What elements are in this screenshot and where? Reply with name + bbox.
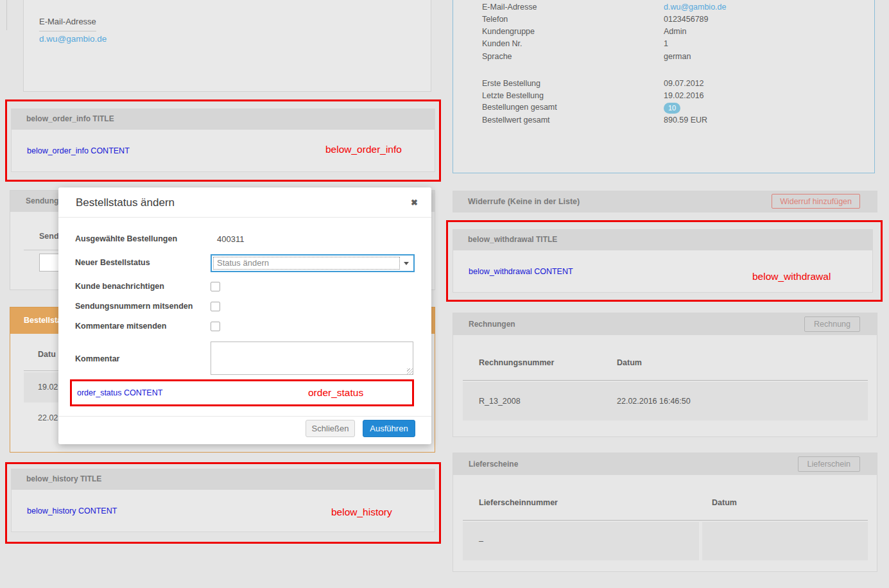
customer-label: Erste Bestellung <box>482 79 540 88</box>
customer-value: german <box>664 52 691 61</box>
history-date-column-header: Datu <box>38 350 56 359</box>
below-history-panel: below_history TITLE below_history CONTEN… <box>11 469 435 532</box>
selected-orders-value: 400311 <box>217 234 244 244</box>
below-withdrawal-panel: below_withdrawal TITLE below_withdrawal … <box>453 229 873 293</box>
table-row: R_13_2008 22.02.2016 16:46:50 <box>463 382 868 420</box>
comment-textarea[interactable] <box>211 342 413 375</box>
customer-row: Bestellwert gesamt 890.59 EUR <box>482 116 861 128</box>
email-address-link[interactable]: d.wu@gambio.de <box>39 34 107 44</box>
delivery-note-button[interactable]: Lieferschein <box>798 456 860 472</box>
selected-orders-label: Ausgewählte Bestellungen <box>75 234 177 243</box>
customer-label: Sprache <box>482 52 512 61</box>
customer-row: Telefon 0123456789 <box>482 15 861 27</box>
textarea-resize-handle[interactable] <box>407 368 413 374</box>
modal-footer-divider <box>58 416 431 417</box>
invoice-date-column-header: Datum <box>617 358 642 367</box>
below-history-content: below_history CONTENT <box>27 506 117 515</box>
invoice-date-cell: 22.02.2016 16:46:50 <box>617 382 691 420</box>
customer-label: Kunden Nr. <box>482 39 522 48</box>
below-order-info-title: below_order_info TITLE <box>11 108 435 130</box>
invoice-number-cell: R_13_2008 <box>479 382 521 420</box>
below-withdrawal-title: below_withdrawal TITLE <box>453 229 873 250</box>
below-withdrawal-content: below_withdrawal CONTENT <box>469 267 573 276</box>
customer-label: Telefon <box>482 15 508 24</box>
send-tracking-numbers-checkbox[interactable] <box>211 302 220 311</box>
invoices-header-divider <box>463 380 868 381</box>
customer-row: E-Mail-Adresse d.wu@gambio.de <box>482 3 861 15</box>
chevron-down-icon <box>404 262 409 265</box>
delivery-note-number-cell: – <box>479 522 483 560</box>
invoice-button[interactable]: Rechnung <box>804 316 860 332</box>
customer-label: Bestellungen gesamt <box>482 103 557 112</box>
below-history-title: below_history TITLE <box>11 469 435 490</box>
customer-row: Bestellungen gesamt 10 <box>482 103 861 115</box>
invoice-number-column-header: Rechnungsnummer <box>479 358 554 367</box>
shipping-number-label: Send <box>39 232 59 241</box>
table-row: – <box>463 522 699 560</box>
customer-info-panel: E-Mail-Adresse d.wu@gambio.de Telefon 01… <box>453 0 875 173</box>
invoices-header: Rechnungen Rechnung <box>453 313 877 335</box>
customer-email-link[interactable]: d.wu@gambio.de <box>664 3 726 12</box>
modal-title: Bestellstatus ändern <box>76 187 175 218</box>
billing-address-panel: E-Mail-Adresse d.wu@gambio.de <box>23 0 431 92</box>
annotation-label-below-withdrawal: below_withdrawal <box>752 271 831 282</box>
notify-customer-checkbox[interactable] <box>211 282 220 291</box>
customer-label: Letzte Bestellung <box>482 91 544 100</box>
change-order-status-modal: Bestellstatus ändern ✖ Ausgewählte Beste… <box>58 187 431 444</box>
send-comments-checkbox[interactable] <box>211 322 220 331</box>
customer-label: Kundengruppe <box>482 27 535 36</box>
order-status-content: order_status CONTENT <box>77 388 162 397</box>
delivery-notes-header: Lieferscheine Lieferschein <box>453 453 877 475</box>
withdrawals-header-bar: Widerrufe (Keine in der Liste) Widerruf … <box>453 191 877 212</box>
customer-label: E-Mail-Adresse <box>482 3 537 12</box>
delivery-notes-title: Lieferscheine <box>469 460 518 469</box>
comment-label: Kommentar <box>75 354 119 363</box>
customer-row: Kundengruppe Admin <box>482 27 861 39</box>
add-withdrawal-button[interactable]: Widerruf hinzufügen <box>772 194 860 209</box>
annotation-label-below-order-info: below_order_info <box>325 144 402 155</box>
new-order-status-label: Neuer Bestellstatus <box>75 258 150 267</box>
order-status-select-value: Status ändern <box>217 255 269 271</box>
below-order-info-content: below_order_info CONTENT <box>27 146 130 155</box>
invoices-title: Rechnungen <box>469 320 515 329</box>
invoices-panel: Rechnungen Rechnung Rechnungsnummer Datu… <box>453 313 877 437</box>
customer-row: Letzte Bestellung 19.02.2016 <box>482 91 861 103</box>
customer-value: 09.07.2012 <box>664 79 704 88</box>
delivery-notes-panel: Lieferscheine Lieferschein Lieferscheinn… <box>453 453 877 572</box>
customer-value: 19.02.2016 <box>664 91 704 100</box>
send-comments-label: Kommentare mitsenden <box>75 322 166 331</box>
customer-value: 0123456789 <box>664 15 709 24</box>
order-detail-page: E-Mail-Adresse d.wu@gambio.de below_orde… <box>0 0 889 588</box>
customer-label: Bestellwert gesamt <box>482 116 550 125</box>
send-tracking-numbers-label: Sendungsnummern mitsenden <box>75 302 193 311</box>
email-address-label: E-Mail-Adresse <box>39 17 96 31</box>
customer-row: Sprache german <box>482 52 861 64</box>
below-order-info-panel: below_order_info TITLE below_order_info … <box>11 108 435 172</box>
annotation-box-below-order-info: below_order_info TITLE below_order_info … <box>5 99 441 182</box>
delivery-note-date-column-header: Datum <box>712 498 737 507</box>
annotation-label-below-history: below_history <box>331 506 392 518</box>
table-row <box>702 522 868 560</box>
delivery-note-number-column-header: Lieferscheinnummer <box>479 498 558 507</box>
annotation-box-below-history: below_history TITLE below_history CONTEN… <box>5 462 441 544</box>
notify-customer-label: Kunde benachrichtigen <box>75 282 164 291</box>
annotation-box-below-withdrawal: below_withdrawal TITLE below_withdrawal … <box>446 220 883 302</box>
close-button[interactable]: Schließen <box>306 420 355 437</box>
annotation-label-order-status: order_status <box>308 387 363 399</box>
annotation-box-order-status: order_status CONTENT order_status <box>70 379 414 406</box>
orders-total-badge: 10 <box>664 103 680 114</box>
customer-value: 1 <box>664 39 668 48</box>
delivery-notes-header-divider <box>463 520 868 521</box>
close-icon[interactable]: ✖ <box>411 187 418 218</box>
customer-row: Kunden Nr. 1 <box>482 39 861 51</box>
customer-value: Admin <box>664 27 686 36</box>
withdrawals-title: Widerrufe (Keine in der Liste) <box>468 191 580 212</box>
left-edge-divider <box>6 0 7 30</box>
customer-row: Erste Bestellung 09.07.2012 <box>482 79 861 91</box>
order-status-select[interactable]: Status ändern <box>211 254 415 272</box>
customer-value: 890.59 EUR <box>664 116 707 125</box>
modal-header: Bestellstatus ändern ✖ <box>58 187 431 218</box>
execute-button[interactable]: Ausführen <box>363 420 415 437</box>
